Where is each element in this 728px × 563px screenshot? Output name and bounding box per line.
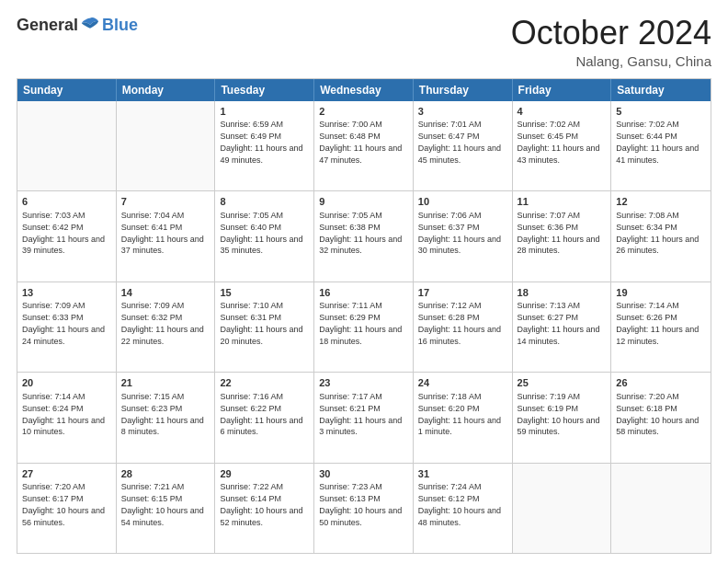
cell-text: Sunrise: 7:08 AM Sunset: 6:34 PM Dayligh… (616, 211, 701, 255)
calendar: SundayMondayTuesdayWednesdayThursdayFrid… (17, 78, 711, 554)
calendar-week-row: 13Sunrise: 7:09 AM Sunset: 6:33 PM Dayli… (17, 282, 711, 372)
calendar-cell: 22Sunrise: 7:16 AM Sunset: 6:22 PM Dayli… (215, 373, 314, 462)
calendar-cell: 12Sunrise: 7:08 AM Sunset: 6:34 PM Dayli… (611, 191, 711, 281)
calendar-cell: 11Sunrise: 7:07 AM Sunset: 6:36 PM Dayli… (513, 191, 612, 281)
calendar-header-row: SundayMondayTuesdayWednesdayThursdayFrid… (17, 79, 711, 101)
logo-bird-icon (80, 15, 100, 35)
calendar-cell: 27Sunrise: 7:20 AM Sunset: 6:17 PM Dayli… (17, 464, 117, 553)
calendar-cell: 21Sunrise: 7:15 AM Sunset: 6:23 PM Dayli… (117, 373, 216, 462)
calendar-header-cell: Tuesday (215, 79, 314, 101)
page: General Blue October 2024 Nalang, Gansu,… (0, 0, 728, 563)
cell-text: Sunrise: 7:05 AM Sunset: 6:40 PM Dayligh… (220, 211, 305, 255)
logo-general-text: General (17, 16, 78, 35)
calendar-cell: 9Sunrise: 7:05 AM Sunset: 6:38 PM Daylig… (314, 191, 414, 281)
day-number: 13 (22, 286, 111, 300)
calendar-cell: 2Sunrise: 7:00 AM Sunset: 6:48 PM Daylig… (314, 101, 414, 190)
logo: General Blue (17, 15, 138, 35)
cell-text: Sunrise: 7:03 AM Sunset: 6:42 PM Dayligh… (22, 211, 108, 255)
calendar-header-cell: Saturday (611, 79, 711, 101)
cell-text: Sunrise: 7:10 AM Sunset: 6:31 PM Dayligh… (220, 301, 305, 345)
cell-text: Sunrise: 7:09 AM Sunset: 6:33 PM Dayligh… (22, 301, 108, 345)
cell-text: Sunrise: 7:20 AM Sunset: 6:17 PM Dayligh… (22, 482, 108, 526)
day-number: 21 (121, 376, 210, 390)
day-number: 1 (220, 105, 309, 119)
cell-text: Sunrise: 7:19 AM Sunset: 6:19 PM Dayligh… (518, 392, 603, 436)
cell-text: Sunrise: 7:05 AM Sunset: 6:38 PM Dayligh… (319, 211, 404, 255)
calendar-cell (17, 101, 117, 190)
calendar-cell: 6Sunrise: 7:03 AM Sunset: 6:42 PM Daylig… (17, 191, 117, 281)
cell-text: Sunrise: 7:01 AM Sunset: 6:47 PM Dayligh… (418, 120, 504, 164)
cell-text: Sunrise: 7:12 AM Sunset: 6:28 PM Dayligh… (418, 301, 504, 345)
logo-blue-text: Blue (102, 16, 138, 35)
calendar-cell: 25Sunrise: 7:19 AM Sunset: 6:19 PM Dayli… (513, 373, 612, 462)
calendar-cell: 3Sunrise: 7:01 AM Sunset: 6:47 PM Daylig… (414, 101, 513, 190)
calendar-week-row: 27Sunrise: 7:20 AM Sunset: 6:17 PM Dayli… (17, 463, 711, 553)
calendar-header-cell: Thursday (414, 79, 513, 101)
calendar-week-row: 6Sunrise: 7:03 AM Sunset: 6:42 PM Daylig… (17, 190, 711, 281)
day-number: 23 (319, 376, 408, 390)
day-number: 4 (518, 105, 607, 119)
cell-text: Sunrise: 7:21 AM Sunset: 6:15 PM Dayligh… (121, 482, 207, 526)
day-number: 18 (518, 286, 607, 300)
day-number: 17 (418, 286, 507, 300)
location: Nalang, Gansu, China (511, 53, 711, 69)
day-number: 20 (22, 376, 111, 390)
day-number: 14 (121, 286, 210, 300)
calendar-week-row: 20Sunrise: 7:14 AM Sunset: 6:24 PM Dayli… (17, 372, 711, 462)
calendar-cell: 24Sunrise: 7:18 AM Sunset: 6:20 PM Dayli… (414, 373, 513, 462)
calendar-cell: 28Sunrise: 7:21 AM Sunset: 6:15 PM Dayli… (117, 464, 216, 553)
cell-text: Sunrise: 7:20 AM Sunset: 6:18 PM Dayligh… (616, 392, 701, 436)
calendar-header-cell: Wednesday (314, 79, 414, 101)
calendar-cell: 1Sunrise: 6:59 AM Sunset: 6:49 PM Daylig… (215, 101, 314, 190)
cell-text: Sunrise: 7:14 AM Sunset: 6:24 PM Dayligh… (22, 392, 108, 436)
cell-text: Sunrise: 7:02 AM Sunset: 6:45 PM Dayligh… (518, 120, 603, 164)
cell-text: Sunrise: 7:17 AM Sunset: 6:21 PM Dayligh… (319, 392, 404, 436)
cell-text: Sunrise: 7:13 AM Sunset: 6:27 PM Dayligh… (518, 301, 603, 345)
calendar-cell (513, 464, 612, 553)
cell-text: Sunrise: 7:24 AM Sunset: 6:12 PM Dayligh… (418, 482, 504, 526)
calendar-cell (117, 101, 216, 190)
calendar-cell (611, 464, 711, 553)
calendar-cell: 30Sunrise: 7:23 AM Sunset: 6:13 PM Dayli… (314, 464, 414, 553)
cell-text: Sunrise: 7:16 AM Sunset: 6:22 PM Dayligh… (220, 392, 305, 436)
day-number: 22 (220, 376, 309, 390)
cell-text: Sunrise: 7:18 AM Sunset: 6:20 PM Dayligh… (418, 392, 504, 436)
cell-text: Sunrise: 7:23 AM Sunset: 6:13 PM Dayligh… (319, 482, 404, 526)
day-number: 2 (319, 105, 408, 119)
day-number: 9 (319, 195, 408, 209)
day-number: 11 (518, 195, 607, 209)
calendar-cell: 16Sunrise: 7:11 AM Sunset: 6:29 PM Dayli… (314, 282, 414, 372)
day-number: 24 (418, 376, 507, 390)
day-number: 28 (121, 467, 210, 481)
calendar-cell: 31Sunrise: 7:24 AM Sunset: 6:12 PM Dayli… (414, 464, 513, 553)
cell-text: Sunrise: 7:06 AM Sunset: 6:37 PM Dayligh… (418, 211, 504, 255)
cell-text: Sunrise: 6:59 AM Sunset: 6:49 PM Dayligh… (220, 120, 305, 164)
calendar-cell: 14Sunrise: 7:09 AM Sunset: 6:32 PM Dayli… (117, 282, 216, 372)
calendar-cell: 4Sunrise: 7:02 AM Sunset: 6:45 PM Daylig… (513, 101, 612, 190)
day-number: 3 (418, 105, 507, 119)
cell-text: Sunrise: 7:09 AM Sunset: 6:32 PM Dayligh… (121, 301, 207, 345)
calendar-cell: 13Sunrise: 7:09 AM Sunset: 6:33 PM Dayli… (17, 282, 117, 372)
cell-text: Sunrise: 7:04 AM Sunset: 6:41 PM Dayligh… (121, 211, 207, 255)
cell-text: Sunrise: 7:02 AM Sunset: 6:44 PM Dayligh… (616, 120, 701, 164)
day-number: 7 (121, 195, 210, 209)
day-number: 31 (418, 467, 507, 481)
day-number: 10 (418, 195, 507, 209)
calendar-cell: 17Sunrise: 7:12 AM Sunset: 6:28 PM Dayli… (414, 282, 513, 372)
calendar-cell: 29Sunrise: 7:22 AM Sunset: 6:14 PM Dayli… (215, 464, 314, 553)
calendar-cell: 20Sunrise: 7:14 AM Sunset: 6:24 PM Dayli… (17, 373, 117, 462)
calendar-cell: 19Sunrise: 7:14 AM Sunset: 6:26 PM Dayli… (611, 282, 711, 372)
calendar-header-cell: Friday (513, 79, 612, 101)
day-number: 8 (220, 195, 309, 209)
day-number: 12 (616, 195, 706, 209)
cell-text: Sunrise: 7:07 AM Sunset: 6:36 PM Dayligh… (518, 211, 603, 255)
day-number: 25 (518, 376, 607, 390)
calendar-cell: 5Sunrise: 7:02 AM Sunset: 6:44 PM Daylig… (611, 101, 711, 190)
calendar-cell: 15Sunrise: 7:10 AM Sunset: 6:31 PM Dayli… (215, 282, 314, 372)
cell-text: Sunrise: 7:15 AM Sunset: 6:23 PM Dayligh… (121, 392, 207, 436)
header: General Blue October 2024 Nalang, Gansu,… (17, 15, 711, 69)
day-number: 29 (220, 467, 309, 481)
title-block: October 2024 Nalang, Gansu, China (511, 15, 711, 69)
calendar-body: 1Sunrise: 6:59 AM Sunset: 6:49 PM Daylig… (17, 101, 711, 553)
day-number: 6 (22, 195, 111, 209)
